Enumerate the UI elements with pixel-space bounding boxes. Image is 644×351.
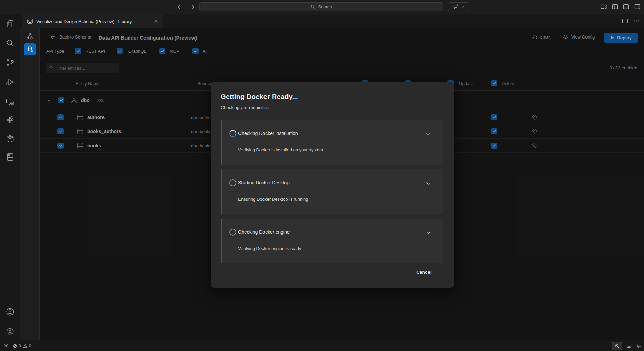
- source-control-icon[interactable]: [6, 58, 15, 67]
- activity-bar: [0, 14, 20, 340]
- settings-gear-icon[interactable]: [6, 327, 15, 336]
- split-editor-icon[interactable]: [622, 18, 628, 24]
- step-docker-engine[interactable]: Checking Docker engine Verifying Docker …: [221, 219, 443, 263]
- copilot-chat-icon: [453, 4, 459, 10]
- tab-close-icon[interactable]: [153, 18, 159, 24]
- editor-tab-bar: Visualize and Design Schema (Preview) - …: [20, 14, 644, 28]
- step-title: Checking Docker installation: [238, 131, 298, 136]
- account-icon[interactable]: [6, 307, 15, 316]
- step-description: Verifying Docker is installed on your sy…: [238, 147, 323, 152]
- search-label: Search: [318, 4, 332, 9]
- copilot-menu[interactable]: [448, 2, 469, 11]
- problems-errors[interactable]: 0: [13, 344, 21, 348]
- step-description: Ensuring Docker Desktop is running: [238, 197, 308, 202]
- remote-explorer-icon[interactable]: [6, 97, 15, 106]
- step-accent-bar: [221, 219, 222, 263]
- tab-title: Visualize and Design Schema (Preview) - …: [36, 19, 132, 24]
- status-bar: 0 0: [0, 340, 644, 351]
- step-title: Checking Docker engine: [238, 229, 290, 235]
- step-docker-installation[interactable]: Checking Docker installation Verifying D…: [221, 120, 443, 165]
- error-count: 0: [19, 344, 21, 348]
- cancel-button[interactable]: Cancel: [405, 267, 443, 277]
- zoom-indicator[interactable]: [612, 342, 622, 350]
- toggle-panel-bottom-icon[interactable]: [623, 3, 629, 10]
- search-view-icon[interactable]: [6, 39, 15, 47]
- chevron-down-icon[interactable]: [425, 131, 431, 137]
- spinner-pending-icon: [229, 229, 236, 236]
- docker-ready-dialog: Getting Docker Ready... Checking pre-req…: [211, 82, 454, 288]
- extensions-icon[interactable]: [6, 116, 15, 124]
- notifications-bell-icon[interactable]: [636, 343, 641, 348]
- spinner-active-icon: [229, 129, 237, 138]
- chevron-down-icon: [461, 5, 465, 9]
- remote-indicator[interactable]: [3, 343, 8, 348]
- tab-visualize-design-schema[interactable]: Visualize and Design Schema (Preview) - …: [22, 14, 163, 28]
- step-accent-bar: [221, 169, 222, 214]
- more-actions-icon[interactable]: [633, 18, 640, 24]
- copilot-status-icon[interactable]: [626, 343, 632, 349]
- explorer-icon[interactable]: [6, 19, 15, 28]
- step-title: Starting Docker Desktop: [238, 180, 290, 185]
- run-debug-icon[interactable]: [6, 78, 15, 86]
- toggle-sidebar-right-icon[interactable]: [634, 3, 641, 10]
- database-panel-icon[interactable]: [6, 153, 15, 161]
- nav-back-icon[interactable]: [177, 3, 184, 11]
- dab-config-view-icon-active[interactable]: [24, 43, 36, 55]
- step-description: Verifying Docker engine is ready: [238, 246, 301, 251]
- command-center-search[interactable]: Search: [199, 2, 443, 11]
- toggle-sidebar-left-icon[interactable]: [612, 3, 618, 10]
- step-accent-bar: [221, 120, 222, 165]
- spinner-pending-icon: [229, 179, 236, 186]
- chevron-down-icon[interactable]: [425, 180, 431, 186]
- schema-designer-tab-icon: [27, 18, 33, 24]
- dialog-subtitle: Checking pre-requisites: [221, 104, 443, 111]
- dialog-title: Getting Docker Ready...: [221, 92, 443, 102]
- nav-forward-icon[interactable]: [188, 3, 196, 11]
- container-icon[interactable]: [6, 134, 15, 143]
- schema-diagram-view-icon[interactable]: [26, 32, 33, 40]
- customize-layout-icon[interactable]: [600, 3, 607, 10]
- view-switcher-strip: [20, 28, 40, 340]
- problems-warnings[interactable]: 0: [23, 344, 31, 348]
- warning-count: 0: [29, 344, 31, 348]
- step-docker-desktop[interactable]: Starting Docker Desktop Ensuring Docker …: [221, 169, 443, 214]
- title-bar: Search: [0, 0, 644, 14]
- search-icon: [310, 4, 316, 9]
- chevron-down-icon[interactable]: [425, 230, 431, 236]
